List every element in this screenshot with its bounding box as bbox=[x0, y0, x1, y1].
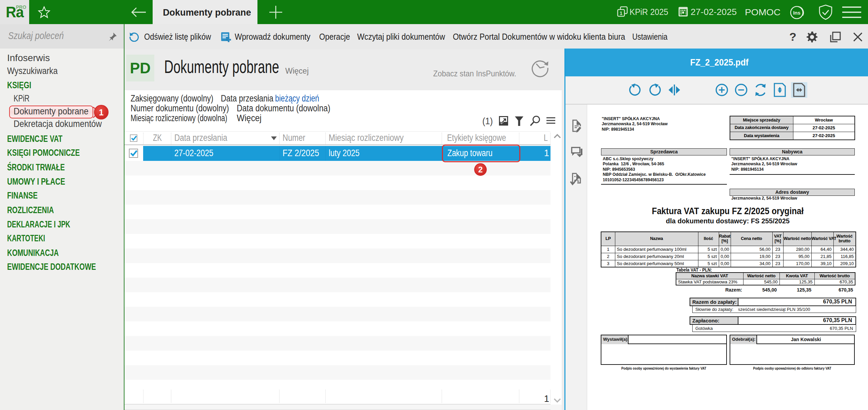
svg-text:Ins: Ins bbox=[793, 10, 801, 16]
svg-text:1: 1 bbox=[620, 10, 622, 16]
